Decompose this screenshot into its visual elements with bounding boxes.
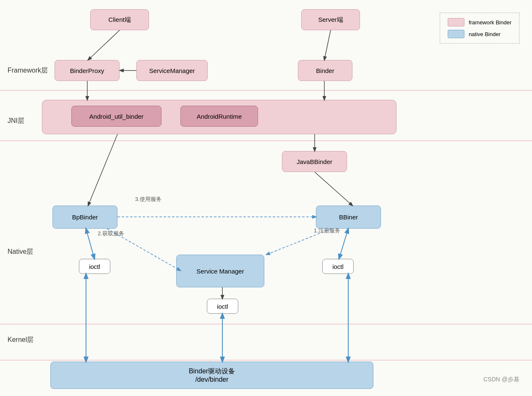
divider-3 <box>0 324 532 324</box>
service-manager-box: Service Manager <box>176 255 264 287</box>
ioctl-bottom-box: ioctl <box>207 299 238 314</box>
divider-4 <box>0 360 532 360</box>
legend-color-framework <box>448 18 464 26</box>
server-box: Server端 <box>301 9 360 30</box>
legend-item-framework: framework Binder <box>448 18 511 26</box>
ioctl-left-box: ioctl <box>79 259 110 274</box>
legend-label-framework: framework Binder <box>469 19 511 26</box>
binder-driver-box: Binder驱动设备 /dev/binder <box>50 362 373 389</box>
svg-line-9 <box>86 229 94 259</box>
binder-proxy-box: BinderProxy <box>55 60 120 81</box>
ioctl-right-box: ioctl <box>322 259 354 274</box>
watermark: CSDN @步基 <box>483 376 519 383</box>
layer-native: Native层 <box>8 248 33 256</box>
legend-label-native: native Binder <box>469 31 501 37</box>
service-manager-fw-box: ServiceManager <box>136 60 208 81</box>
svg-line-7 <box>315 172 352 206</box>
layer-framework: Framework层 <box>8 66 48 75</box>
client-box: Client端 <box>90 9 149 30</box>
legend-item-native: native Binder <box>448 30 511 38</box>
bbiner-box: BBiner <box>316 206 381 229</box>
javabbinder-box: JavaBBinder <box>282 151 347 172</box>
layer-jni: JNI层 <box>8 117 24 125</box>
svg-line-10 <box>339 229 348 259</box>
legend: framework Binder native Binder <box>440 13 519 44</box>
binder-fw-box: Binder <box>298 60 352 81</box>
bpbinder-box: BpBinder <box>52 206 117 229</box>
arrows-overlay <box>0 0 532 396</box>
divider-2 <box>0 141 532 141</box>
get-service-label: 2.获取服务 <box>98 230 124 237</box>
diagram: Framework层 JNI层 Native层 Kernel层 Client端 … <box>0 0 532 396</box>
register-service-label: 1.注册服务 <box>314 227 340 234</box>
use-service-label: 3.使用服务 <box>135 195 162 203</box>
android-runtime-box: AndroidRuntime <box>180 106 258 127</box>
layer-kernel: Kernel层 <box>8 336 34 344</box>
svg-line-0 <box>88 30 120 60</box>
divider-1 <box>0 90 532 91</box>
android-util-binder-box: Android_util_binder <box>71 106 162 127</box>
svg-line-1 <box>324 30 331 60</box>
svg-line-6 <box>88 134 117 206</box>
legend-color-native <box>448 30 464 38</box>
